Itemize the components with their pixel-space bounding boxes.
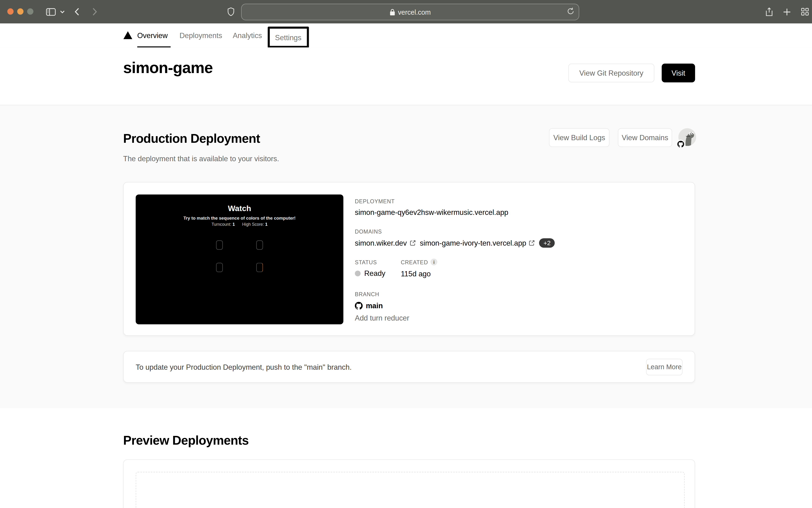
window-zoom-button[interactable]: [27, 8, 33, 14]
chevron-left-icon: [74, 8, 79, 15]
branch-label: BRANCH: [355, 291, 379, 297]
domain-link[interactable]: simon-game-ivory-ten.vercel.app: [420, 239, 535, 247]
domains-label: DOMAINS: [355, 228, 382, 235]
deployment-preview-thumbnail[interactable]: Watch Try to match the sequence of color…: [136, 195, 343, 324]
reload-button[interactable]: [567, 8, 574, 16]
preview-deployments-heading: Preview Deployments: [123, 433, 249, 448]
share-icon: [766, 7, 773, 16]
commit-message: Add turn reducer: [355, 314, 409, 322]
page-header: simon-game View Git Repository Visit: [0, 47, 812, 105]
github-badge-icon: [676, 140, 685, 148]
settings-annotation-rectangle: Settings: [268, 27, 309, 48]
tab-label: Overview: [137, 31, 168, 39]
deployment-url: simon-game-qy6ev2hsw-wikermusic.vercel.a…: [355, 208, 508, 216]
domain-link[interactable]: simon.wiker.dev: [355, 239, 416, 247]
preview-deployments-card: [123, 459, 695, 508]
production-hint-banner: To update your Production Deployment, pu…: [123, 351, 695, 383]
tab-label: Analytics: [233, 31, 262, 39]
branch-value: main: [366, 301, 383, 310]
forward-button[interactable]: [90, 0, 99, 24]
github-icon: [355, 302, 363, 309]
page-title: simon-game: [123, 59, 213, 77]
grid-icon: [801, 8, 808, 15]
sidebar-toggle-button[interactable]: [44, 0, 57, 24]
project-navbar: Overview Deployments Analytics Settings: [0, 24, 812, 48]
created-label-row: CREATED i: [401, 259, 437, 265]
game-title: Watch: [136, 204, 343, 213]
url-text: vercel.com: [398, 8, 431, 16]
address-bar[interactable]: vercel.com: [241, 4, 579, 20]
new-tab-button[interactable]: [782, 0, 792, 24]
learn-more-button[interactable]: Learn More: [646, 358, 683, 375]
game-instructions: Try to match the sequence of colors of t…: [136, 215, 343, 220]
view-build-logs-button[interactable]: View Build Logs: [549, 128, 610, 147]
share-button[interactable]: [764, 0, 775, 24]
status-value: Ready: [364, 269, 385, 277]
branch-row: main: [355, 301, 383, 310]
sidebar-chevron-button[interactable]: [59, 0, 66, 24]
chevron-down-icon: [60, 10, 65, 13]
created-value: 115d ago: [401, 269, 431, 278]
simon-pad: [256, 241, 263, 250]
vercel-logo-icon: [123, 31, 133, 42]
vercel-project-page: vercel.com: [0, 0, 812, 508]
section-subheading: The deployment that is available to your…: [123, 154, 279, 163]
window-close-button[interactable]: [7, 8, 13, 14]
shield-icon: [227, 7, 234, 16]
github-avatar[interactable]: [678, 128, 696, 146]
tab-overview-button[interactable]: [800, 0, 810, 24]
simon-pad: [216, 241, 223, 250]
info-icon[interactable]: i: [431, 259, 437, 265]
tab-settings[interactable]: Settings: [275, 33, 301, 41]
back-button[interactable]: [72, 0, 81, 24]
empty-deployments-placeholder: [136, 472, 685, 508]
created-label: CREATED: [401, 259, 428, 265]
more-domains-badge[interactable]: +2: [539, 238, 554, 248]
view-git-repository-button[interactable]: View Git Repository: [568, 64, 654, 82]
chevron-right-icon: [92, 8, 97, 15]
simon-pad: [256, 263, 263, 272]
banner-message: To update your Production Deployment, pu…: [136, 363, 352, 371]
domains-row: simon.wiker.dev simon-game-ivory-ten.ver…: [355, 238, 555, 248]
tab-deployments[interactable]: Deployments: [180, 24, 222, 47]
tab-overview[interactable]: Overview: [137, 24, 168, 47]
browser-topbar: vercel.com: [0, 0, 812, 24]
status-label: STATUS: [355, 259, 377, 265]
tab-label: Deployments: [180, 31, 222, 39]
deployment-card: Watch Try to match the sequence of color…: [123, 182, 695, 336]
plus-icon: [783, 8, 791, 15]
status-dot-icon: [355, 270, 360, 276]
external-link-icon: [529, 240, 535, 246]
simon-pad: [216, 263, 223, 272]
window-minimize-button[interactable]: [17, 8, 24, 14]
production-deployment-section: Production Deployment The deployment tha…: [0, 105, 812, 409]
privacy-shield-button[interactable]: [226, 0, 236, 24]
tab-analytics[interactable]: Analytics: [233, 24, 262, 47]
deployment-label: DEPLOYMENT: [355, 198, 395, 204]
game-scores: Turncount: 1High Score: 1: [136, 222, 343, 227]
visit-button[interactable]: Visit: [662, 64, 695, 82]
sidebar-icon: [46, 8, 55, 16]
external-link-icon: [410, 240, 416, 246]
view-domains-button[interactable]: View Domains: [618, 128, 672, 147]
lock-icon: [390, 8, 395, 15]
section-heading: Production Deployment: [123, 131, 260, 146]
status-row: Ready: [355, 269, 385, 277]
preview-deployments-section: Preview Deployments: [0, 408, 812, 508]
